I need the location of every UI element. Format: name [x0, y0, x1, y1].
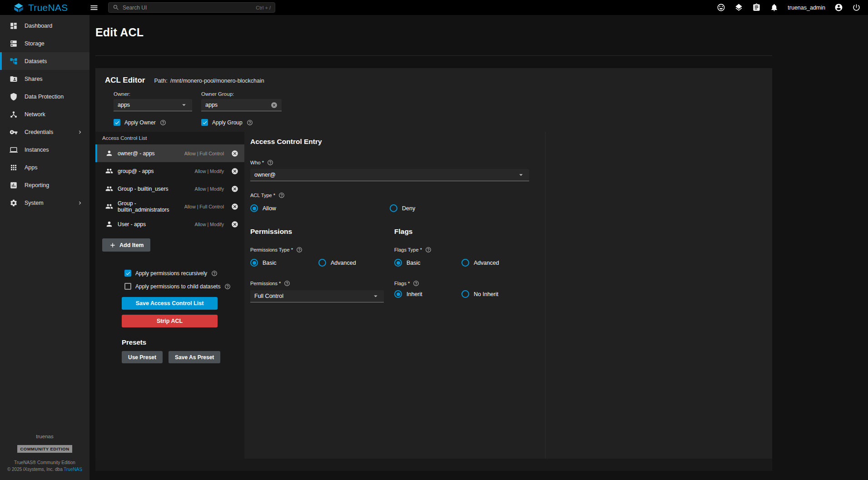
- acl-entry-row[interactable]: Group - builtin_administrators Allow | F…: [95, 198, 244, 215]
- help-icon[interactable]: [211, 270, 218, 277]
- acl-type-deny-radio[interactable]: Deny: [390, 204, 415, 212]
- sidebar-item-system[interactable]: System: [0, 194, 89, 212]
- who-select[interactable]: owner@: [250, 169, 529, 181]
- sidebar-item-dashboard[interactable]: Dashboard: [0, 17, 89, 35]
- sidebar-item-storage[interactable]: Storage: [0, 35, 89, 52]
- topbar-actions: truenas_admin: [717, 3, 861, 12]
- radio-icon: [394, 290, 402, 298]
- flags-type-basic-radio[interactable]: Basic: [394, 259, 461, 267]
- feedback-button[interactable]: [717, 3, 725, 12]
- acl-entry-row[interactable]: Group - builtin_users Allow | Modify: [95, 180, 244, 198]
- sidebar-item-label: Apps: [25, 164, 38, 171]
- brand-logo[interactable]: TrueNAS: [13, 2, 82, 13]
- edition-badge: COMMUNITY EDITION: [17, 445, 72, 453]
- flags-no-inherit-radio[interactable]: No Inherit: [461, 290, 498, 298]
- remove-entry-button[interactable]: [231, 185, 238, 193]
- owner-group-value: apps: [205, 102, 271, 108]
- alerts-button[interactable]: [770, 3, 779, 12]
- sidebar-item-label: System: [25, 200, 44, 206]
- flags-type-advanced-radio[interactable]: Advanced: [461, 259, 499, 267]
- remove-entry-button[interactable]: [231, 203, 238, 210]
- status-button[interactable]: [734, 3, 743, 12]
- help-icon[interactable]: [224, 283, 231, 290]
- entry-name: Group - builtin_users: [118, 186, 190, 192]
- user-menu-button[interactable]: [834, 3, 843, 12]
- menu-toggle-button[interactable]: [89, 3, 99, 12]
- user-icon: [105, 220, 113, 228]
- sidebar-item-datasets[interactable]: Datasets: [0, 52, 89, 70]
- sidebar-item-reporting[interactable]: Reporting: [0, 176, 89, 194]
- deny-label: Deny: [402, 205, 415, 212]
- acl-entry-row[interactable]: User - apps Allow | Modify: [95, 215, 244, 233]
- owner-select[interactable]: apps: [114, 99, 192, 111]
- jobs-button[interactable]: [752, 3, 761, 12]
- sidebar-item-apps[interactable]: Apps: [0, 158, 89, 176]
- acl-entry-row[interactable]: owner@ - apps Allow | Full Control: [95, 144, 244, 162]
- remove-entry-button[interactable]: [231, 150, 238, 157]
- advanced-label: Advanced: [331, 260, 356, 266]
- username[interactable]: truenas_admin: [788, 5, 825, 11]
- chevron-right-icon: [77, 129, 83, 135]
- sidebar-item-network[interactable]: Network: [0, 105, 89, 123]
- help-icon[interactable]: [278, 192, 285, 198]
- permissions-label: Permissions *: [250, 281, 281, 286]
- chevron-down-icon: [372, 292, 380, 300]
- flags-inherit-radio[interactable]: Inherit: [394, 290, 461, 298]
- header-divider: [95, 55, 772, 56]
- copyright-line: © 2025 iXsystems, Inc. dba TrueNAS: [0, 467, 89, 472]
- permissions-type-advanced-radio[interactable]: Advanced: [318, 259, 356, 267]
- apply-owner-checkbox[interactable]: [114, 119, 120, 126]
- strip-acl-button[interactable]: Strip ACL: [122, 315, 218, 327]
- acl-entry-row[interactable]: group@ - apps Allow | Modify: [95, 162, 244, 180]
- help-icon[interactable]: [296, 247, 303, 253]
- save-as-preset-button[interactable]: Save As Preset: [169, 351, 220, 363]
- use-preset-button[interactable]: Use Preset: [122, 351, 163, 363]
- permissions-type-basic-radio[interactable]: Basic: [250, 259, 318, 267]
- search-bar[interactable]: Ctrl + /: [108, 2, 275, 13]
- search-shortcut: Ctrl + /: [256, 5, 271, 10]
- help-icon[interactable]: [284, 280, 290, 287]
- acl-editor-header: ACL Editor Path:/mnt/monero-pool/monero-…: [95, 68, 772, 126]
- card-footer: [95, 459, 772, 471]
- power-icon: [852, 3, 861, 12]
- owner-group-input[interactable]: apps: [201, 99, 282, 111]
- sidebar-item-data-protection[interactable]: Data Protection: [0, 88, 89, 105]
- help-icon[interactable]: [413, 280, 419, 287]
- basic-label: Basic: [407, 260, 421, 266]
- radio-icon: [394, 259, 402, 267]
- shield-icon: [10, 93, 18, 101]
- network-icon: [10, 110, 18, 119]
- recursive-checkbox[interactable]: [124, 270, 131, 277]
- apply-group-checkbox[interactable]: [201, 119, 208, 126]
- presets-heading: Presets: [122, 338, 244, 346]
- search-input[interactable]: [123, 5, 253, 11]
- remove-entry-button[interactable]: [231, 221, 238, 228]
- radio-icon: [390, 204, 397, 212]
- account-circle-icon: [834, 3, 843, 12]
- help-icon[interactable]: [267, 159, 273, 166]
- ace-heading: Access Control Entry: [250, 138, 772, 146]
- help-icon[interactable]: [160, 119, 166, 126]
- storage-icon: [10, 40, 18, 48]
- child-datasets-checkbox[interactable]: [124, 283, 131, 290]
- permissions-select[interactable]: Full Control: [250, 290, 384, 302]
- power-button[interactable]: [852, 3, 861, 12]
- sidebar-item-credentials[interactable]: Credentials: [0, 123, 89, 141]
- acl-type-allow-radio[interactable]: Allow: [250, 204, 390, 212]
- help-icon[interactable]: [425, 247, 432, 253]
- save-acl-button[interactable]: Save Access Control List: [122, 297, 218, 310]
- sidebar-item-instances[interactable]: Instances: [0, 141, 89, 158]
- entry-permission-tag: Allow | Modify: [194, 222, 224, 227]
- truenas-link[interactable]: TrueNAS: [64, 467, 82, 472]
- sidebar-item-shares[interactable]: Shares: [0, 70, 89, 88]
- owner-label: Owner:: [114, 91, 192, 97]
- help-icon[interactable]: [247, 119, 253, 126]
- clear-icon[interactable]: [271, 102, 278, 109]
- datasets-icon: [10, 57, 18, 65]
- sidebar-item-label: Credentials: [25, 129, 53, 135]
- sidebar-item-label: Dashboard: [25, 23, 52, 29]
- access-control-entry-panel: Access Control Entry Who * owner@ ACL Ty…: [244, 132, 772, 459]
- remove-entry-button[interactable]: [231, 168, 238, 175]
- add-item-button[interactable]: Add Item: [102, 238, 150, 252]
- group-icon: [105, 203, 113, 210]
